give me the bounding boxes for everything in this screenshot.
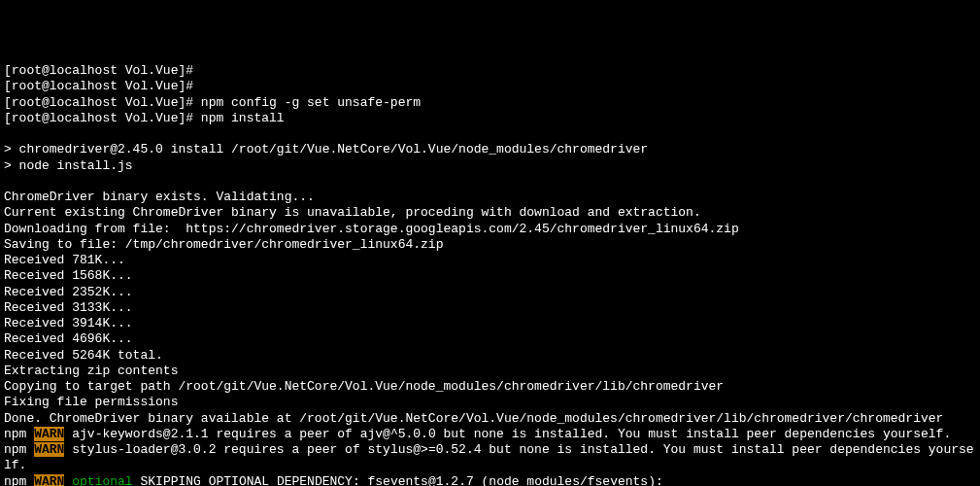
terminal-line: Extracting zip contents [4,364,976,379]
terminal-line: Done. ChromeDriver binary available at /… [4,411,976,427]
terminal-text: Received 1568K... [4,268,133,283]
terminal-line [4,174,976,190]
terminal-line: npm WARN optional SKIPPING OPTIONAL DEPE… [4,474,976,487]
terminal-line: Current existing ChromeDriver binary is … [4,205,976,221]
terminal-line: ChromeDriver binary exists. Validating..… [4,190,976,205]
terminal-text: optional [72,474,132,487]
terminal-line: Received 3914K... [4,316,976,331]
terminal-line: Copying to target path /root/git/Vue.Net… [4,379,976,395]
terminal-line: Saving to file: /tmp/chromedriver/chrome… [4,237,976,253]
terminal-text: Extracting zip contents [4,364,178,378]
terminal-text: SKIPPING OPTIONAL DEPENDENCY: fsevents@1… [133,474,663,487]
terminal-line: > node install.js [4,158,976,174]
terminal-text: Fixing file permissions [4,395,178,409]
terminal-text: ajv-keywords@2.1.1 requires a peer of aj… [64,427,951,441]
terminal-line: Fixing file permissions [4,395,976,410]
terminal-text: [root@localhost Vol.Vue]# npm config -g … [4,95,421,110]
terminal-text: ChromeDriver binary exists. Validating..… [4,190,315,204]
terminal-text: Received 4696K... [4,331,133,346]
terminal-line: [root@localhost Vol.Vue]# npm config -g … [4,95,976,111]
terminal-output[interactable]: [root@localhost Vol.Vue]#[root@localhost… [4,63,976,486]
terminal-line: Received 5264K total. [4,348,976,364]
terminal-text: Received 3914K... [4,316,133,330]
terminal-text: WARN [34,474,64,487]
terminal-line: Received 1568K... [4,268,976,284]
terminal-text: Received 781K... [4,253,125,267]
terminal-line: [root@localhost Vol.Vue]# npm install [4,111,976,126]
terminal-line: Downloading from file: https://chromedri… [4,222,976,237]
terminal-text: lf. [4,458,26,472]
terminal-text: > chromedriver@2.45.0 install /root/git/… [4,142,648,156]
terminal-text: Received 3133K... [4,300,133,315]
terminal-line: npm WARN stylus-loader@3.0.2 requires a … [4,442,976,458]
terminal-text: Copying to target path /root/git/Vue.Net… [4,379,724,394]
terminal-text: Downloading from file: https://chromedri… [4,222,739,236]
terminal-text: stylus-loader@3.0.2 requires a peer of s… [64,442,973,457]
terminal-text [4,126,12,141]
terminal-line: > chromedriver@2.45.0 install /root/git/… [4,142,976,157]
terminal-text: WARN [34,427,64,441]
terminal-line: Received 4696K... [4,331,976,347]
terminal-text: [root@localhost Vol.Vue]# [4,79,193,93]
terminal-text: npm [4,442,34,457]
terminal-line: [root@localhost Vol.Vue]# [4,63,976,79]
terminal-line: Received 3133K... [4,300,976,316]
terminal-text: [root@localhost Vol.Vue]# npm install [4,111,285,125]
terminal-line: [root@localhost Vol.Vue]# [4,79,976,94]
terminal-line: Received 2352K... [4,285,976,300]
terminal-text: > node install.js [4,158,133,173]
terminal-line: npm WARN ajv-keywords@2.1.1 requires a p… [4,427,976,442]
terminal-text: npm [4,427,34,441]
terminal-text: WARN [34,442,64,457]
terminal-line: Received 781K... [4,253,976,268]
terminal-text: Received 2352K... [4,285,133,299]
terminal-text: Received 5264K total. [4,348,163,363]
terminal-text: Saving to file: /tmp/chromedriver/chrome… [4,237,443,252]
terminal-text: Done. ChromeDriver binary available at /… [4,411,943,426]
terminal-text [4,174,12,189]
terminal-text: npm [4,474,34,487]
terminal-text: Current existing ChromeDriver binary is … [4,205,701,220]
terminal-line: lf. [4,458,976,473]
terminal-line [4,126,976,142]
terminal-text: [root@localhost Vol.Vue]# [4,63,193,78]
